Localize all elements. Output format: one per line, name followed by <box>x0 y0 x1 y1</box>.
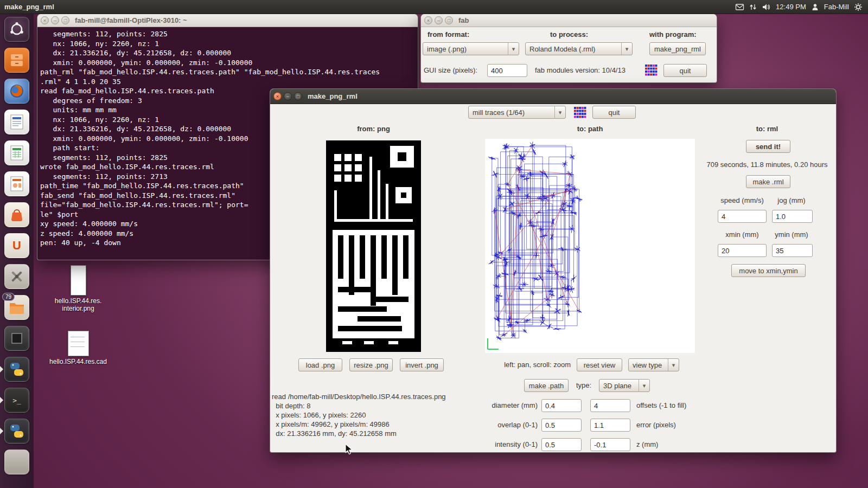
network-updown-icon[interactable] <box>749 3 757 11</box>
launcher-dash[interactable] <box>4 17 29 42</box>
col-from-png: from: png <box>326 125 421 133</box>
launcher-lo-writer[interactable] <box>4 110 29 134</box>
make-png-rml-button[interactable]: make_png_rml <box>649 42 706 55</box>
send-it-button[interactable]: send it! <box>746 140 790 153</box>
close-button[interactable]: × <box>273 92 282 100</box>
session-user[interactable]: Fab-Mill <box>824 3 849 11</box>
fab-titlebar[interactable]: × – □ fab <box>421 14 717 27</box>
to-process-select[interactable]: Roland Modela (.rml) ▾ <box>525 42 633 55</box>
fab-window: × – □ fab from format: to process: with … <box>420 14 717 83</box>
intensity-input[interactable] <box>541 438 582 451</box>
launcher-files[interactable] <box>4 48 29 73</box>
launcher-trash[interactable] <box>4 450 29 474</box>
main-titlebar[interactable]: × – □ make_png_rml <box>270 89 836 104</box>
gear-icon[interactable] <box>854 3 863 11</box>
shopping-bag-icon <box>9 207 25 223</box>
launcher-downloads-folder[interactable]: 79 <box>4 295 29 320</box>
close-button[interactable]: × <box>424 16 432 24</box>
path-type-select[interactable]: 3D plane ▾ <box>599 379 650 392</box>
launcher-archive-app[interactable] <box>4 326 29 351</box>
launcher-firefox[interactable] <box>4 79 29 104</box>
user-icon[interactable] <box>811 3 819 11</box>
launcher-python-1[interactable] <box>4 357 29 382</box>
error-input[interactable] <box>590 419 630 432</box>
pcb-traces-image <box>326 140 421 352</box>
from-format-select[interactable]: image (.png) ▾ <box>423 42 519 55</box>
volume-icon[interactable] <box>762 3 771 11</box>
file-cabinet-icon <box>9 52 25 68</box>
mouse-cursor <box>345 444 353 455</box>
cad-file-thumbnail <box>68 331 89 356</box>
ymin-label: ymin (mm) <box>770 230 813 239</box>
make-path-button[interactable]: make .path <box>524 379 569 392</box>
launcher-lo-impress[interactable] <box>4 171 29 196</box>
xmin-label: xmin (mm) <box>718 230 767 239</box>
terminal-title: fab-mill@fabmill-OptiPlex-3010: ~ <box>75 16 187 24</box>
chevron-down-icon: ▾ <box>621 43 632 55</box>
jog-input[interactable] <box>772 210 813 223</box>
invert-png-button[interactable]: invert .png <box>400 358 444 371</box>
make-png-rml-window: × – □ make_png_rml mill traces (1/64) ▾ … <box>270 88 837 453</box>
pan-hint-label: left: pan, scroll: zoom <box>485 361 571 369</box>
maximize-button[interactable]: □ <box>294 92 302 100</box>
launcher-lo-calc[interactable] <box>4 140 29 165</box>
mode-select-value: mill traces (1/64) <box>469 106 554 118</box>
with-program-label: with program: <box>649 30 697 38</box>
mail-icon[interactable] <box>735 3 744 11</box>
to-process-label: to process: <box>550 30 588 38</box>
png-thumbnail <box>71 265 86 296</box>
offsets-input[interactable] <box>590 399 630 412</box>
maximize-button[interactable]: □ <box>61 16 69 24</box>
path-type-value: 3D plane <box>599 380 639 391</box>
launcher-software-center[interactable] <box>4 202 29 227</box>
to-process-value: Roland Modela (.rml) <box>526 43 621 55</box>
from-format-label: from format: <box>427 30 469 38</box>
close-button[interactable]: × <box>41 16 49 24</box>
maximize-button[interactable]: □ <box>445 16 453 24</box>
writer-document-icon <box>9 114 24 130</box>
python-icon <box>9 423 25 439</box>
z-input[interactable] <box>590 438 630 451</box>
png-preview[interactable] <box>326 140 421 352</box>
minimize-button[interactable]: – <box>284 92 292 100</box>
minimize-button[interactable]: – <box>51 16 59 24</box>
quit-button[interactable]: quit <box>592 106 636 119</box>
top-panel: make_png_rml 12:49 PM Fab-Mill <box>0 0 868 14</box>
xmin-input[interactable] <box>718 244 767 257</box>
desktop-icon-interior-png[interactable]: hello.ISP.44.res.interior.png <box>46 265 111 312</box>
launcher-terminal[interactable]: >_ <box>4 388 29 413</box>
col-to-path: to: path <box>485 125 695 133</box>
gui-size-input[interactable] <box>487 64 527 77</box>
reset-view-button[interactable]: reset view <box>577 358 622 371</box>
view-type-select[interactable]: view type ▾ <box>628 358 679 371</box>
impress-presentation-icon <box>9 176 24 192</box>
terminal-titlebar[interactable]: × – □ fab-mill@fabmill-OptiPlex-3010: ~ <box>37 14 418 27</box>
gui-size-label: GUI size (pixels): <box>424 66 477 74</box>
launcher-ubuntu-one[interactable]: U <box>4 233 29 258</box>
fab-title: fab <box>458 16 469 24</box>
dark-app-icon <box>10 331 24 345</box>
folder-icon <box>8 300 25 315</box>
icon-label: hello.ISP.44.res. <box>55 297 102 305</box>
resize-png-button[interactable]: resize .png <box>349 358 393 371</box>
clock[interactable]: 12:49 PM <box>776 3 806 11</box>
load-png-button[interactable]: load .png <box>298 358 342 371</box>
minimize-button[interactable]: – <box>435 16 443 24</box>
launcher-system-settings[interactable] <box>4 264 29 289</box>
speed-input[interactable] <box>718 210 767 223</box>
overlap-input[interactable] <box>541 419 582 432</box>
launcher-badge: 79 <box>2 293 15 301</box>
running-indicator <box>0 366 3 373</box>
ymin-input[interactable] <box>772 244 813 257</box>
quit-button[interactable]: quit <box>663 64 707 77</box>
move-to-xmin-ymin-button[interactable]: move to xmin,ymin <box>731 264 806 277</box>
make-rml-button[interactable]: make .rml <box>746 175 790 188</box>
launcher-python-2[interactable] <box>4 419 29 444</box>
toolpath-canvas[interactable] <box>485 139 695 353</box>
fab-version-label: fab modules version: 10/4/13 <box>535 66 626 74</box>
col-to-rml: to: rml <box>702 125 832 133</box>
mode-select[interactable]: mill traces (1/64) ▾ <box>468 106 566 119</box>
diameter-input[interactable] <box>541 399 582 412</box>
desktop-icon-cad-file[interactable]: hello.ISP.44.res.cad <box>46 331 111 365</box>
running-indicator <box>0 397 3 403</box>
